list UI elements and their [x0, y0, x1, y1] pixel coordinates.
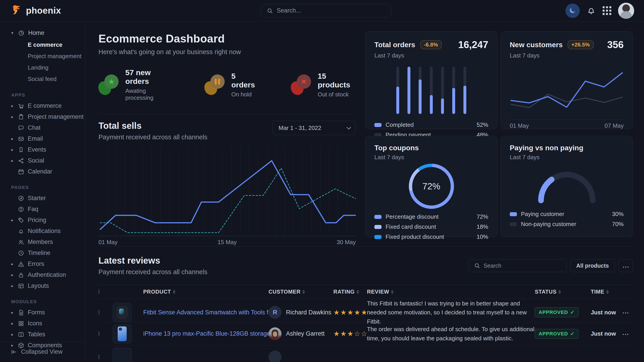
legend-value: 70% [612, 221, 624, 228]
collapsed-view-toggle[interactable]: Collapsed View [0, 342, 85, 362]
order-bar [452, 67, 455, 114]
product-link[interactable]: iPhone 13 pro max-Pacific Blue-128GB sto… [143, 330, 277, 337]
sidebar-item-calendar[interactable]: ▸Calendar [0, 166, 85, 177]
sidebar-item-label: Timeline [28, 250, 50, 257]
stat-circle-shape: ✕ [297, 74, 311, 89]
reviews-controls: All products [468, 259, 633, 272]
row-checkbox[interactable] [98, 331, 99, 336]
stat-value: 15 products [318, 72, 356, 89]
notifications-button[interactable] [586, 5, 596, 16]
caret-right-icon: ▸ [10, 321, 14, 326]
stat-circle-shape: ★ [104, 74, 118, 89]
new-customers-title: New customers [510, 41, 563, 49]
global-search[interactable] [260, 4, 392, 17]
order-bar-fill [452, 88, 455, 114]
product-link[interactable]: Fitbit Sense Advanced Smartwatch with To… [143, 309, 284, 316]
reviews-table-header: PRODUCT CUSTOMER RATING REVIEW STATUS [98, 285, 633, 299]
paying-card: Paying vs non paying Last 7 days Paying … [500, 136, 633, 237]
all-products-button[interactable]: All products [570, 259, 615, 272]
sidebar-item-social-feed[interactable]: Social feed [0, 73, 85, 85]
sidebar-item-events[interactable]: ▸Events [0, 144, 85, 155]
sidebar-item-layouts[interactable]: ▸Layouts [0, 280, 85, 291]
question-icon [18, 206, 24, 213]
reviews-title: Latest reviews [98, 256, 208, 266]
sidebar-item-tables[interactable]: ▸Tables [0, 329, 85, 340]
cell-checkbox [98, 310, 113, 314]
cell-checkbox [98, 355, 113, 359]
reviews-table: PRODUCT CUSTOMER RATING REVIEW STATUS [98, 285, 633, 362]
column-header-status[interactable]: STATUS [535, 289, 591, 295]
select-all-checkbox[interactable] [98, 289, 99, 294]
sidebar-item-timeline[interactable]: ▸Timeline [0, 248, 85, 259]
sidebar-item-pricing[interactable]: ▸Pricing [0, 215, 85, 226]
caret-down-icon[interactable]: ▾ [10, 30, 14, 35]
stat-label: Awating processing [125, 87, 171, 101]
column-header-product[interactable]: PRODUCT [143, 289, 268, 295]
reviews-search-input[interactable] [484, 263, 562, 269]
customer-avatar[interactable] [268, 327, 282, 340]
column-header-customer[interactable]: CUSTOMER [268, 289, 334, 295]
row-more-button[interactable] [622, 332, 629, 336]
legend-item-paying-customer: Paying customer30% [510, 209, 624, 219]
total-orders-bar-chart [374, 59, 488, 120]
row-checkbox[interactable] [98, 310, 99, 315]
caret-right-icon: ▸ [10, 310, 14, 315]
customer-avatar[interactable]: R [268, 306, 282, 319]
reviews-more-button[interactable] [618, 259, 633, 272]
sidebar-item-chat[interactable]: ▸Chat [0, 122, 85, 133]
search-input[interactable] [277, 7, 386, 14]
user-avatar[interactable] [618, 3, 634, 19]
sidebar-sections: APPS▸E commerce▸Project management▸Chat▸… [0, 92, 85, 351]
sidebar-item-faq[interactable]: ▸Faq [0, 204, 85, 215]
order-bar-fill [441, 98, 444, 114]
row-checkbox[interactable] [98, 355, 99, 359]
product-thumbnail[interactable] [113, 348, 132, 362]
sidebar-item-landing[interactable]: Landing [0, 62, 85, 73]
sidebar-item-members[interactable]: ▸Members [0, 237, 85, 248]
sidebar-item-e-commerce[interactable]: ▸E commerce [0, 100, 85, 111]
total-orders-card: Total orders -6.8% 16,247 Last 7 days Co… [365, 31, 498, 129]
sidebar-item-e-commerce[interactable]: E commerce [0, 39, 85, 50]
sidebar-item-starter[interactable]: ▸Starter [0, 193, 85, 204]
date-range-value: Mar 1 - 31, 2022 [278, 125, 321, 131]
chat-icon [18, 125, 24, 131]
sidebar-item-icons[interactable]: ▸Icons [0, 318, 85, 329]
reviews-search[interactable] [468, 259, 566, 272]
sidebar-item-notifications[interactable]: ▸Notifications [0, 226, 85, 237]
cell-rating: ★★★★★ [334, 308, 367, 317]
sidebar-item-errors[interactable]: ▸Errors [0, 259, 85, 269]
product-thumbnail[interactable] [113, 303, 132, 322]
sidebar-item-email[interactable]: ▸Email [0, 133, 85, 144]
sidebar-item-project-management[interactable]: Project management [0, 50, 85, 62]
order-bar-fill [419, 79, 422, 114]
order-bar [441, 67, 444, 114]
sidebar-item-project-management[interactable]: ▸Project management [0, 111, 85, 122]
brand[interactable]: phoenix [10, 4, 61, 17]
cell-customer [268, 351, 334, 362]
apps-menu-button[interactable] [602, 6, 611, 15]
paying-gauge-chart [510, 161, 624, 209]
total-sells-chart[interactable] [98, 147, 356, 236]
column-header-time[interactable]: TIME [591, 289, 622, 295]
customer-avatar[interactable] [268, 351, 282, 362]
product-thumbnail[interactable] [113, 325, 132, 343]
row-more-button[interactable] [622, 310, 629, 314]
order-bar-fill [464, 86, 466, 114]
sidebar-item-label: Faq [28, 206, 38, 213]
legend-value: 10% [476, 233, 488, 240]
column-header-review[interactable]: REVIEW [367, 289, 535, 295]
sidebar-item-label: Icons [28, 320, 42, 327]
date-range-select[interactable]: Mar 1 - 31, 2022 [272, 121, 356, 135]
cell-checkbox [98, 332, 113, 336]
sidebar-item-forms[interactable]: ▸Forms [0, 307, 85, 318]
status-label: APPROVED [538, 310, 568, 315]
theme-toggle-button[interactable] [566, 3, 580, 18]
warning-icon [18, 261, 24, 267]
column-header-rating[interactable]: RATING [334, 289, 367, 295]
sidebar-item-social[interactable]: ▸Social [0, 155, 85, 166]
sidebar-item-home[interactable]: ▾ Home [0, 27, 85, 39]
order-bar [464, 67, 466, 114]
order-bar-fill [430, 95, 433, 114]
stat-x-icon: ✕ [291, 74, 312, 95]
sidebar-item-authentication[interactable]: ▸Authentication [0, 269, 85, 280]
